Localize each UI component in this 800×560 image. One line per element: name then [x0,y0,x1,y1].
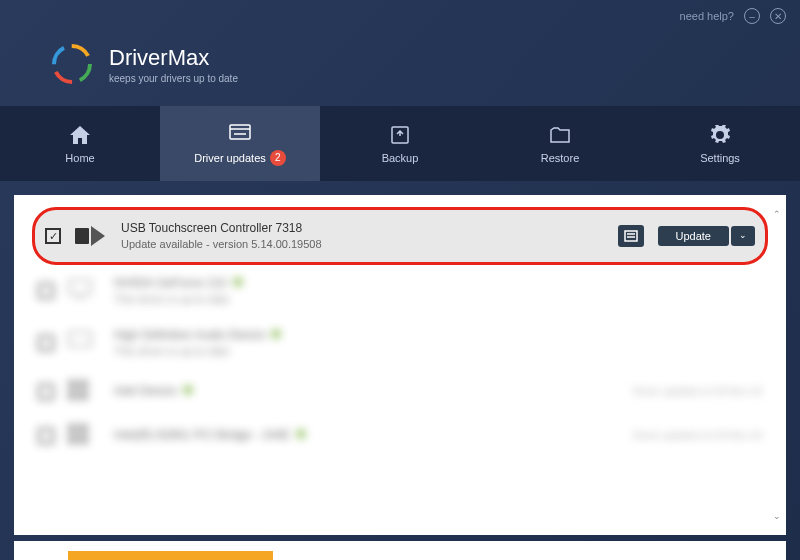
driver-name: Intel(R) 82801 PCI Bridge - 244E [114,428,290,442]
updates-icon [229,122,251,144]
windows-icon [68,380,100,404]
touchscreen-icon [75,224,107,248]
scroll-down-icon[interactable]: ⌄ [770,509,784,523]
svg-rect-14 [69,332,91,346]
svg-rect-18 [79,391,88,400]
scroll-up-icon[interactable]: ⌃ [770,207,784,221]
status-ok-icon [296,429,306,439]
driver-name: Intel Device [114,384,177,398]
driver-checkbox[interactable] [38,384,54,400]
driver-right-status: Driver updated on 03-Nov-16 [633,430,762,441]
brand-name: DriverMax [109,45,238,71]
nav-label: Backup [382,152,419,164]
status-ok-icon [183,385,193,395]
driver-row[interactable]: Intel(R) 82801 PCI Bridge - 244E Driver … [14,414,786,458]
download-install-button[interactable]: DOWNLOAD AND INSTALL 2 [68,551,273,560]
gear-icon [709,124,731,146]
svg-rect-12 [69,280,91,294]
monitor-icon [68,279,100,303]
svg-rect-15 [68,380,77,389]
driver-row[interactable]: NVIDIA GeForce 210 This driver is up-to-… [14,265,786,317]
update-dropdown[interactable]: ⌄ [731,226,755,246]
svg-rect-16 [79,380,88,389]
backup-icon [389,124,411,146]
audio-icon [68,331,100,355]
header: DriverMax keeps your drivers up to date [0,32,800,106]
help-link[interactable]: need help? [680,10,734,22]
nav-label: Driver updates [194,151,266,163]
minimize-button[interactable]: – [744,8,760,24]
updates-badge: 2 [270,150,286,166]
nav-label: Settings [700,152,740,164]
svg-rect-17 [68,391,77,400]
bottom-bar: DOWNLOAD AND INSTALL 2 [14,541,786,560]
driver-checkbox[interactable] [38,335,54,351]
status-ok-icon [233,277,243,287]
driver-name: USB Touchscreen Controller 7318 [121,220,604,237]
close-button[interactable]: ✕ [770,8,786,24]
nav-settings[interactable]: Settings [640,106,800,181]
nav-home[interactable]: Home [0,106,160,181]
driver-right-status: Driver updated on 03-Nov-16 [633,386,762,397]
svg-rect-9 [625,231,637,241]
driver-checkbox[interactable] [38,428,54,444]
driver-checkbox[interactable] [38,283,54,299]
home-icon [69,124,91,146]
nav-label: Restore [541,152,580,164]
app-logo [50,42,94,86]
svg-rect-19 [68,424,77,433]
navbar: Home Driver updates2 Backup Restore Sett… [0,106,800,181]
driver-name: High Definition Audio Device [114,328,265,342]
svg-rect-8 [75,228,89,244]
svg-rect-4 [230,125,250,139]
nav-driver-updates[interactable]: Driver updates2 [160,106,320,181]
scrollbar[interactable]: ⌃ ⌄ [770,207,784,523]
driver-checkbox[interactable] [45,228,61,244]
nav-backup[interactable]: Backup [320,106,480,181]
svg-rect-20 [79,424,88,433]
info-button[interactable] [618,225,644,247]
restore-icon [549,124,571,146]
driver-status: Update available - version 5.14.00.19508 [121,237,604,252]
svg-rect-21 [68,435,77,444]
update-button[interactable]: Update [658,226,729,246]
driver-status: This driver is up-to-date [114,344,762,359]
brand-tagline: keeps your drivers up to date [109,73,238,84]
nav-label: Home [65,152,94,164]
windows-icon [68,424,100,448]
driver-name: NVIDIA GeForce 210 [114,276,227,290]
driver-row[interactable]: Intel Device Driver updated on 03-Nov-16 [14,370,786,414]
status-ok-icon [271,329,281,339]
nav-restore[interactable]: Restore [480,106,640,181]
driver-list: USB Touchscreen Controller 7318 Update a… [14,195,786,535]
svg-rect-22 [79,435,88,444]
driver-row[interactable]: High Definition Audio Device This driver… [14,317,786,369]
driver-row-highlighted[interactable]: USB Touchscreen Controller 7318 Update a… [32,207,768,265]
driver-status: This driver is up-to-date [114,292,762,307]
